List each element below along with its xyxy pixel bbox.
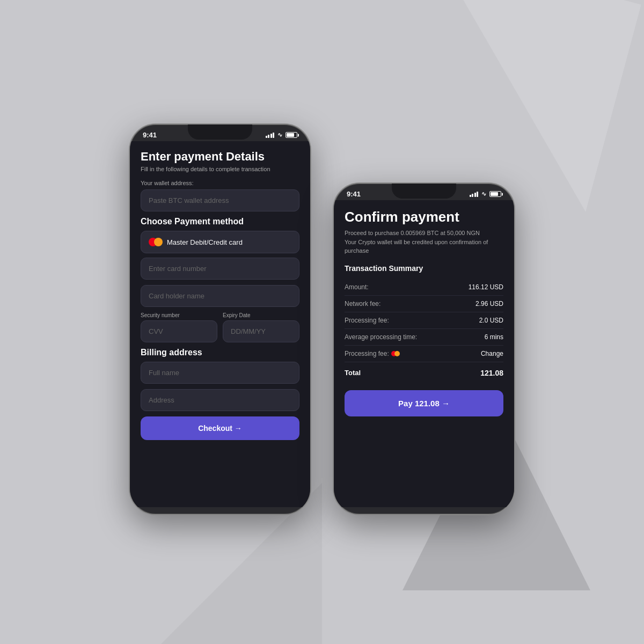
signal-icon bbox=[266, 133, 275, 138]
left-phone: 9:41 ∿ Enter payment Details Fill in the… bbox=[129, 123, 311, 515]
pay-button-label: Pay 121.08 → bbox=[398, 399, 450, 408]
amount-value: 116.12 USD bbox=[469, 283, 503, 291]
pay-button[interactable]: Pay 121.08 → bbox=[345, 390, 503, 416]
expiry-input[interactable]: DD/MM/YY bbox=[223, 320, 299, 342]
card-number-input[interactable]: Enter card number bbox=[141, 258, 299, 280]
mastercard-icon bbox=[149, 238, 163, 246]
avg-processing-row: Average processing time: 6 mins bbox=[345, 329, 503, 346]
expiry-label: Expiry Date bbox=[223, 312, 299, 318]
billing-title: Billing address bbox=[141, 348, 299, 357]
right-battery-icon bbox=[489, 191, 501, 197]
left-screen: Enter payment Details Fill in the follow… bbox=[130, 141, 310, 507]
mc-icon-small bbox=[391, 351, 400, 356]
total-value: 121.08 bbox=[480, 369, 503, 377]
right-status-icons: ∿ bbox=[470, 191, 502, 197]
payment-method-selector[interactable]: Master Debit/Credit card bbox=[141, 231, 299, 253]
card-holder-input[interactable]: Card holder name bbox=[141, 285, 299, 307]
cvv-placeholder: CVV bbox=[149, 327, 163, 335]
page-title: Enter payment Details bbox=[141, 150, 299, 164]
wallet-placeholder: Paste BTC wallet address bbox=[149, 196, 229, 204]
full-name-input[interactable]: Full name bbox=[141, 362, 299, 384]
card-number-placeholder: Enter card number bbox=[149, 265, 207, 273]
network-fee-value: 2.96 USD bbox=[475, 300, 503, 308]
processing-fee-mc-label: Processing fee: bbox=[345, 350, 400, 357]
avg-processing-value: 6 mins bbox=[485, 333, 503, 341]
expiry-group: Expiry Date DD/MM/YY bbox=[223, 312, 299, 342]
right-phone: 9:41 ∿ Confirm payment Proceed to purcha… bbox=[333, 182, 515, 515]
payment-method-value: Master Debit/Credit card bbox=[167, 238, 243, 246]
left-time: 9:41 bbox=[143, 131, 157, 139]
confirm-subtitle: Proceed to purchase 0.005969 BTC at 50,0… bbox=[345, 229, 503, 255]
right-time: 9:41 bbox=[347, 190, 361, 198]
amount-label: Amount: bbox=[345, 283, 369, 291]
full-name-placeholder: Full name bbox=[149, 369, 179, 377]
wifi-icon: ∿ bbox=[277, 131, 282, 138]
address-placeholder: Address bbox=[149, 396, 174, 404]
amount-row: Amount: 116.12 USD bbox=[345, 279, 503, 296]
card-holder-placeholder: Card holder name bbox=[149, 292, 204, 300]
checkout-button[interactable]: Checkout → bbox=[141, 416, 299, 440]
cvv-input[interactable]: CVV bbox=[141, 320, 217, 342]
right-phone-notch bbox=[392, 184, 456, 199]
network-fee-row: Network fee: 2.96 USD bbox=[345, 296, 503, 312]
confirm-title: Confirm payment bbox=[345, 209, 503, 225]
security-label: Security number bbox=[141, 312, 217, 318]
wallet-input[interactable]: Paste BTC wallet address bbox=[141, 189, 299, 211]
expiry-placeholder: DD/MM/YY bbox=[231, 327, 266, 335]
page-subtitle: Fill in the following details to complet… bbox=[141, 166, 299, 172]
security-expiry-row: Security number CVV Expiry Date DD/MM/YY bbox=[141, 312, 299, 342]
left-status-icons: ∿ bbox=[266, 131, 298, 138]
total-row: Total 121.08 bbox=[345, 364, 503, 382]
transaction-summary-title: Transaction Summary bbox=[345, 264, 503, 273]
wallet-label: Your wallet address: bbox=[141, 180, 299, 186]
right-signal-icon bbox=[470, 192, 479, 197]
processing-fee-label: Processing fee: bbox=[345, 317, 389, 324]
address-input[interactable]: Address bbox=[141, 389, 299, 411]
left-phone-notch bbox=[188, 125, 252, 140]
avg-processing-label: Average processing time: bbox=[345, 333, 417, 341]
battery-icon bbox=[286, 132, 297, 138]
total-label: Total bbox=[345, 369, 361, 377]
security-group: Security number CVV bbox=[141, 312, 217, 342]
processing-fee-row: Processing fee: 2.0 USD bbox=[345, 312, 503, 329]
change-link[interactable]: Change bbox=[481, 350, 503, 357]
network-fee-label: Network fee: bbox=[345, 300, 380, 308]
right-wifi-icon: ∿ bbox=[481, 191, 486, 197]
phones-container: 9:41 ∿ Enter payment Details Fill in the… bbox=[129, 140, 515, 515]
payment-method-title: Choose Payment method bbox=[141, 217, 299, 226]
right-screen: Confirm payment Proceed to purchase 0.00… bbox=[334, 200, 514, 507]
processing-fee-value: 2.0 USD bbox=[479, 317, 503, 324]
processing-fee-mc-row: Processing fee: Change bbox=[345, 346, 503, 362]
